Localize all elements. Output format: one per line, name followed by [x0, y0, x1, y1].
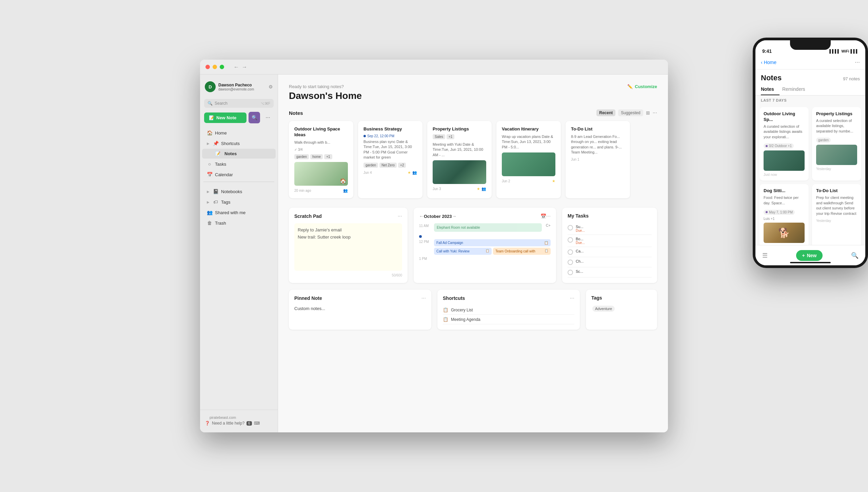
sidebar-item-tasks[interactable]: ○ Tasks: [202, 159, 276, 169]
note-card-vacation[interactable]: Vacation Itinerary Wrap up vacation plan…: [496, 121, 561, 198]
more-options-button[interactable]: ···: [262, 112, 274, 123]
dog-image: 🐕: [764, 223, 805, 243]
note-footer: 20 min ago 👥: [294, 188, 348, 193]
note-date: Jun 1: [571, 158, 579, 161]
sidebar-item-tags[interactable]: ▶ 🏷 Tags: [202, 197, 276, 207]
cal-add-btn[interactable]: C+: [545, 223, 551, 227]
avatar: D: [205, 81, 216, 92]
sidebar-item-home[interactable]: 🏠 Home: [202, 128, 276, 138]
shortcut-label: Grocery List: [451, 308, 473, 312]
section-more-icon[interactable]: ···: [653, 110, 657, 116]
phone-back-label: Home: [764, 60, 776, 65]
search-bar[interactable]: 🔍 Search ⌥⌘F: [204, 99, 274, 108]
help-row[interactable]: ❓ Need a little help? 6 ⌨: [205, 421, 273, 426]
customize-button[interactable]: ✏️ Customize: [627, 84, 657, 89]
phone-tab-notes[interactable]: Notes: [761, 84, 780, 95]
task-circle[interactable]: [568, 249, 573, 255]
section-view-icon[interactable]: ⊞: [646, 110, 650, 116]
tag-home[interactable]: home: [310, 154, 323, 159]
sidebar-item-shortcuts[interactable]: ▶ 📌 Shortcuts: [202, 138, 276, 148]
search-notes-button[interactable]: 🔍: [249, 112, 260, 123]
scratch-footer: 50/600: [294, 273, 402, 277]
phone-note-title: Property Listings: [816, 111, 857, 117]
new-note-icon: 📝: [209, 115, 214, 120]
shortcuts-widget: Shortcuts ··· 📋 Grocery List 📋 Meeting A…: [437, 290, 580, 330]
back-arrow[interactable]: ←: [234, 64, 239, 70]
notes-nav-icon: 📝: [215, 151, 220, 156]
pinned-more[interactable]: ···: [421, 295, 426, 301]
phone-card-property[interactable]: Property Listings A curated selection of…: [812, 107, 861, 181]
tag-more[interactable]: +2: [398, 163, 406, 168]
phone-card-dog[interactable]: Dog Sitti... Food: Feed twice per day. S…: [760, 184, 809, 252]
note-title: Vacation Itinerary: [502, 126, 555, 132]
sidebar-item-notebooks[interactable]: ▶ 📓 Notebooks: [202, 186, 276, 197]
scratch-more[interactable]: ···: [398, 213, 402, 219]
minimize-button[interactable]: [213, 65, 217, 69]
note-card-business[interactable]: Business Strategy Sep 22, 12:00 PM Busin…: [358, 121, 422, 198]
phone-card-outdoor[interactable]: Outdoor Living Sp... A curated selection…: [760, 107, 809, 181]
note-card-todo[interactable]: To-Do List 8-9 am Lead Generation Fo... …: [566, 121, 630, 198]
cal-event-team[interactable]: Team Onboarding call with 📋: [493, 248, 551, 255]
phone-note-preview: Food: Feed twice per day. Space...: [764, 195, 805, 206]
tag-more[interactable]: +1: [447, 134, 454, 139]
cal-row-1pm: 1 PM: [419, 256, 551, 263]
more-icon: ···: [265, 115, 270, 121]
tag-netzero[interactable]: Net Zero: [379, 163, 397, 168]
page-title-group: Ready to start taking notes? Dawson's Ho…: [289, 84, 362, 101]
phone-tab-reminders[interactable]: Reminders: [782, 84, 811, 95]
note-title: Business Strategy: [363, 126, 417, 132]
phone-nav-more[interactable]: ···: [855, 59, 860, 66]
task-circle[interactable]: [568, 237, 573, 243]
settings-icon[interactable]: ⚙: [269, 84, 273, 89]
task-item-1: Su... Due...: [568, 223, 652, 235]
note-footer: Jun 2 ★: [502, 179, 555, 183]
phone-new-button[interactable]: + New: [796, 250, 823, 261]
task-item-2: Bo... Due...: [568, 235, 652, 247]
page-title: Dawson's Home: [289, 90, 362, 101]
tags-widget: Tags Adventure: [586, 290, 657, 330]
phone-search-icon[interactable]: 🔍: [851, 252, 859, 259]
tag-garden[interactable]: garden: [363, 163, 378, 168]
shortcuts-more[interactable]: ···: [570, 295, 574, 301]
note-footer: Jun 3 ★ 👥: [433, 187, 486, 191]
scratch-content[interactable]: Reply to Jamie's email New trail: Sutter…: [294, 223, 402, 271]
cal-event-fall[interactable]: Fall Ad Campaign 📋: [434, 239, 551, 246]
sidebar-item-notes[interactable]: 📝 Notes: [202, 149, 276, 159]
cal-add-icon[interactable]: 📅: [540, 213, 546, 219]
tag-garden[interactable]: garden: [294, 154, 309, 159]
sidebar-item-shared[interactable]: 👥 Shared with me: [202, 207, 276, 218]
note-card-property[interactable]: Property Listings Sales +1 Meeting with …: [427, 121, 492, 198]
tag-sales[interactable]: Sales: [433, 134, 445, 139]
phone-card-todo[interactable]: To-Do List Prep for client meeting and w…: [812, 184, 861, 252]
title-bar: ← →: [200, 60, 668, 75]
phone-back-button[interactable]: ‹ Home: [761, 60, 776, 65]
cal-event-elephant[interactable]: Elephant Room not available: [434, 223, 542, 232]
task-circle[interactable]: [568, 260, 573, 265]
cal-next[interactable]: →: [452, 213, 456, 219]
task-circle[interactable]: [568, 225, 573, 230]
sidebar-item-trash[interactable]: 🗑 Trash: [202, 218, 276, 228]
tasks-list: Su... Due... Bo... Due...: [568, 223, 652, 278]
star-icon: ★: [552, 179, 555, 183]
close-button[interactable]: [205, 65, 210, 69]
shortcut-grocery[interactable]: 📋 Grocery List: [443, 305, 574, 315]
new-note-button[interactable]: 📝 New Note: [204, 112, 246, 123]
new-note-label: New Note: [216, 115, 236, 120]
maximize-button[interactable]: [220, 65, 224, 69]
phone-menu-icon[interactable]: ☰: [762, 252, 768, 259]
user-section[interactable]: D Dawson Pacheco dawson@evernote.com ⚙: [200, 79, 278, 95]
tag-more[interactable]: +1: [324, 154, 332, 159]
tag-adventure[interactable]: Adventure: [592, 306, 615, 312]
tab-suggested[interactable]: Suggested: [618, 109, 643, 116]
forward-arrow[interactable]: →: [242, 64, 247, 70]
note-card-outdoor[interactable]: Outdoor Living Space Ideas Walk-through …: [289, 121, 353, 198]
task-circle[interactable]: [568, 270, 573, 275]
cal-more[interactable]: ···: [546, 213, 551, 219]
tags-title: Tags: [591, 295, 602, 301]
sidebar-item-calendar[interactable]: 📅 Calendar: [202, 169, 276, 180]
tab-recent[interactable]: Recent: [596, 109, 615, 116]
shortcut-meeting[interactable]: 📋 Meeting Agenda: [443, 315, 574, 324]
cal-prev[interactable]: ←: [419, 213, 424, 219]
cal-event-yuki[interactable]: Call with Yuki: Review 📋: [434, 248, 492, 255]
note-preview: Wrap up vacation plans Date & Time:Sun, …: [502, 134, 555, 150]
